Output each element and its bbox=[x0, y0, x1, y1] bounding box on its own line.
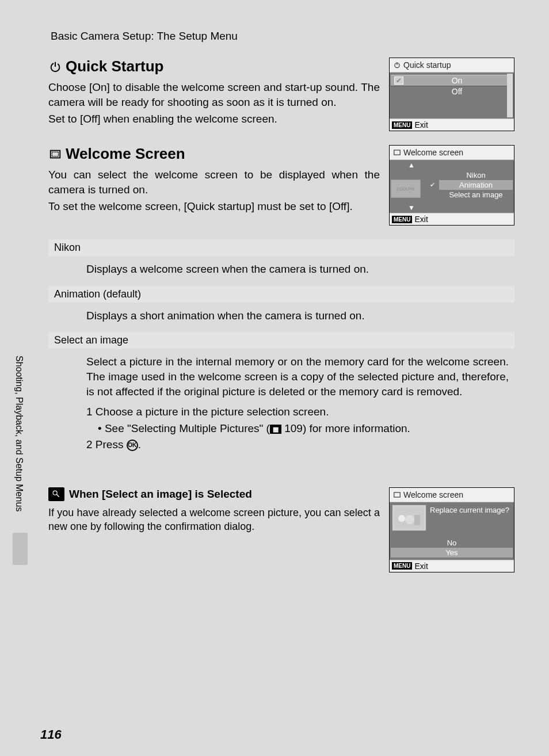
welcome-options: Nikon Displays a welcome screen when the… bbox=[48, 239, 514, 453]
quick-startup-para1: Choose [On] to disable the welcome scree… bbox=[48, 80, 380, 109]
lcd-qs-body: ✔ On Off bbox=[390, 72, 514, 119]
lcd-ri-thumb bbox=[392, 505, 426, 531]
lcd-ri-title: Welcome screen bbox=[390, 488, 514, 502]
step-1: 1 Choose a picture in the picture select… bbox=[86, 404, 514, 420]
ok-icon: OK bbox=[127, 440, 138, 451]
note-icon bbox=[48, 487, 64, 501]
lcd-qs-option-off[interactable]: Off bbox=[391, 86, 513, 97]
section-quick-startup: Quick Startup Choose [On] to disable the… bbox=[48, 58, 514, 131]
lcd-ri-yes[interactable]: Yes bbox=[391, 548, 513, 558]
lcd-welcome-screen: Welcome screen ▲ COOLPIX Nikon ✔ Animati… bbox=[389, 145, 514, 226]
quick-startup-title: Quick Startup bbox=[66, 58, 163, 75]
lcd-qs-foot: MENU Exit bbox=[390, 119, 514, 131]
lcd-ws-opt-nikon[interactable]: Nikon bbox=[439, 170, 513, 180]
menu-badge-icon: MENU bbox=[392, 562, 412, 570]
option-animation-label: Animation (default) bbox=[48, 286, 514, 303]
svg-point-11 bbox=[398, 515, 405, 522]
quick-startup-heading: Quick Startup bbox=[48, 58, 380, 75]
up-arrow-icon[interactable]: ▲ bbox=[408, 161, 415, 169]
lcd-qs-option-on[interactable]: ✔ On bbox=[391, 75, 513, 86]
option-select-image-label: Select an image bbox=[48, 332, 514, 349]
lcd-ri-foot: MENU Exit bbox=[390, 560, 514, 572]
lcd-ri-prompt: Replace current image? bbox=[430, 506, 512, 515]
note-para: If you have already selected a welcome s… bbox=[48, 506, 380, 534]
svg-rect-6 bbox=[394, 150, 401, 155]
check-icon: ✔ bbox=[394, 77, 403, 85]
lcd-ws-body: ▲ COOLPIX Nikon ✔ Animation Select an im… bbox=[390, 160, 514, 213]
svg-point-12 bbox=[405, 515, 414, 524]
welcome-screen-title: Welcome Screen bbox=[66, 145, 185, 163]
step-2: 2 Press OK. bbox=[86, 437, 514, 453]
option-nikon-label: Nikon bbox=[48, 239, 514, 256]
section-welcome-screen: Welcome Screen You can select the welcom… bbox=[48, 145, 514, 226]
down-arrow-icon[interactable]: ▼ bbox=[408, 204, 415, 212]
step-1-bullet: • See "Selecting Multiple Pictures" (▦ 1… bbox=[86, 421, 514, 437]
svg-point-7 bbox=[53, 491, 57, 495]
check-icon: ✔ bbox=[430, 181, 435, 189]
lcd-ws-foot: MENU Exit bbox=[390, 213, 514, 225]
lcd-ws-thumb: COOLPIX bbox=[391, 180, 421, 198]
svg-line-8 bbox=[57, 495, 59, 497]
lcd-ws-opt-select[interactable]: Select an image bbox=[439, 190, 513, 200]
lcd-ws-title: Welcome screen bbox=[390, 146, 514, 160]
option-select-image-steps: 1 Choose a picture in the picture select… bbox=[48, 404, 514, 453]
note-heading: When [Select an image] is Selected bbox=[48, 487, 380, 501]
screen-icon bbox=[48, 147, 62, 161]
lcd-qs-title: Quick startup bbox=[390, 58, 514, 72]
option-animation-desc: Displays a short animation when the came… bbox=[48, 306, 514, 329]
svg-rect-5 bbox=[52, 152, 59, 156]
lcd-ws-opt-animation[interactable]: ✔ Animation bbox=[439, 180, 513, 190]
page-content: Basic Camera Setup: The Setup Menu Quick… bbox=[14, 14, 535, 742]
lcd-replace-image: Welcome screen Replace current image? No… bbox=[389, 487, 514, 572]
welcome-screen-para1: You can select the welcome screen to be … bbox=[48, 167, 380, 197]
lcd-quick-startup: Quick startup ✔ On Off MENU Exit bbox=[389, 58, 514, 131]
svg-rect-13 bbox=[414, 515, 420, 525]
breadcrumb: Basic Camera Setup: The Setup Menu bbox=[48, 30, 514, 43]
quick-startup-para2: Set to [Off] when enabling the welcome s… bbox=[48, 112, 380, 127]
welcome-screen-text: Welcome Screen You can select the welcom… bbox=[48, 145, 380, 226]
power-icon bbox=[48, 60, 62, 74]
note-section: When [Select an image] is Selected If yo… bbox=[48, 487, 514, 572]
lcd-ri-no[interactable]: No bbox=[391, 538, 513, 548]
lcd-qs-scroll bbox=[507, 74, 513, 117]
lcd-ri-body: Replace current image? No Yes bbox=[390, 502, 514, 560]
menu-badge-icon: MENU bbox=[392, 216, 412, 223]
quick-startup-text: Quick Startup Choose [On] to disable the… bbox=[48, 58, 380, 131]
page-number: 116 bbox=[40, 727, 62, 742]
option-select-image-desc: Select a picture in the internal memory … bbox=[48, 352, 514, 404]
note-text: When [Select an image] is Selected If yo… bbox=[48, 487, 380, 534]
welcome-screen-heading: Welcome Screen bbox=[48, 145, 380, 163]
welcome-screen-para2: To set the welcome screen, [Quick startu… bbox=[48, 199, 380, 214]
page-ref-icon: ▦ bbox=[270, 425, 281, 434]
svg-rect-9 bbox=[394, 492, 401, 497]
option-nikon-desc: Displays a welcome screen when the camer… bbox=[48, 259, 514, 282]
menu-badge-icon: MENU bbox=[392, 121, 412, 129]
